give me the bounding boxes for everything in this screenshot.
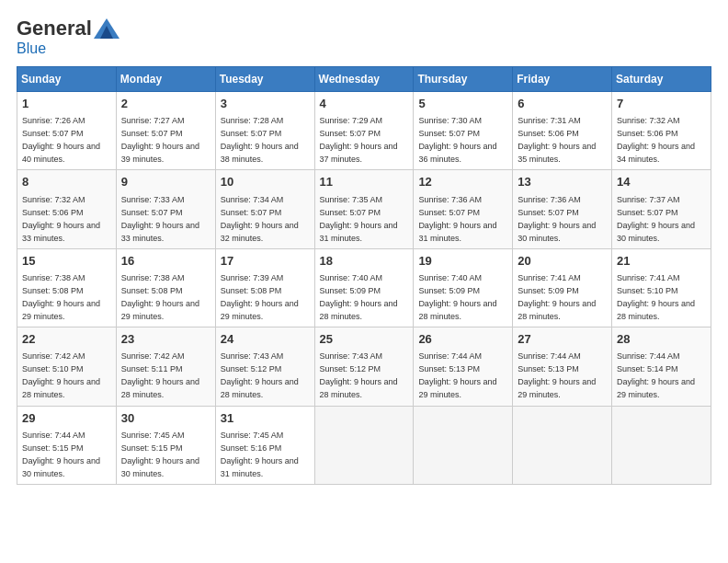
day-info: Sunrise: 7:40 AMSunset: 5:09 PMDaylight:… — [418, 273, 496, 321]
calendar-body: 1Sunrise: 7:26 AMSunset: 5:07 PMDaylight… — [17, 92, 711, 485]
day-info: Sunrise: 7:37 AMSunset: 5:07 PMDaylight:… — [617, 195, 695, 243]
day-info: Sunrise: 7:34 AMSunset: 5:07 PMDaylight:… — [221, 195, 299, 243]
day-info: Sunrise: 7:44 AMSunset: 5:13 PMDaylight:… — [418, 351, 496, 399]
day-number: 23 — [121, 331, 210, 348]
calendar-day-cell — [314, 406, 414, 484]
day-number: 24 — [221, 331, 310, 348]
calendar-day-header: Sunday — [17, 67, 117, 92]
calendar-day-cell: 7Sunrise: 7:32 AMSunset: 5:06 PMDaylight… — [612, 92, 711, 170]
day-number: 3 — [221, 96, 310, 112]
calendar-day-cell: 26Sunrise: 7:44 AMSunset: 5:13 PMDayligh… — [414, 327, 513, 406]
day-info: Sunrise: 7:45 AMSunset: 5:15 PMDaylight:… — [121, 431, 199, 478]
day-number: 16 — [121, 253, 210, 270]
calendar-day-header: Monday — [116, 67, 215, 92]
day-number: 22 — [22, 331, 111, 348]
day-info: Sunrise: 7:45 AMSunset: 5:16 PMDaylight:… — [221, 431, 299, 478]
day-info: Sunrise: 7:38 AMSunset: 5:08 PMDaylight:… — [22, 273, 100, 321]
calendar-day-cell: 18Sunrise: 7:40 AMSunset: 5:09 PMDayligh… — [314, 248, 414, 327]
calendar-week-row: 22Sunrise: 7:42 AMSunset: 5:10 PMDayligh… — [17, 327, 711, 406]
calendar-day-header: Tuesday — [215, 67, 314, 92]
calendar-week-row: 8Sunrise: 7:32 AMSunset: 5:06 PMDaylight… — [17, 170, 711, 248]
calendar-day-cell: 15Sunrise: 7:38 AMSunset: 5:08 PMDayligh… — [17, 248, 117, 327]
calendar-day-cell: 30Sunrise: 7:45 AMSunset: 5:15 PMDayligh… — [116, 406, 215, 484]
day-number: 1 — [22, 96, 111, 112]
day-number: 14 — [617, 174, 706, 190]
calendar-day-cell: 25Sunrise: 7:43 AMSunset: 5:12 PMDayligh… — [314, 327, 414, 406]
day-number: 8 — [22, 174, 111, 190]
calendar-day-header: Saturday — [612, 67, 711, 92]
day-info: Sunrise: 7:39 AMSunset: 5:08 PMDaylight:… — [221, 273, 299, 321]
calendar-day-cell: 21Sunrise: 7:41 AMSunset: 5:10 PMDayligh… — [612, 248, 711, 327]
day-number: 21 — [617, 253, 706, 270]
day-info: Sunrise: 7:32 AMSunset: 5:06 PMDaylight:… — [617, 116, 695, 164]
day-number: 7 — [617, 96, 706, 112]
calendar-day-cell: 17Sunrise: 7:39 AMSunset: 5:08 PMDayligh… — [215, 248, 314, 327]
calendar-week-row: 1Sunrise: 7:26 AMSunset: 5:07 PMDaylight… — [17, 92, 711, 170]
day-info: Sunrise: 7:35 AMSunset: 5:07 PMDaylight:… — [320, 195, 398, 243]
calendar-day-cell: 2Sunrise: 7:27 AMSunset: 5:07 PMDaylight… — [116, 92, 215, 170]
day-number: 12 — [418, 174, 507, 190]
calendar-day-header: Friday — [513, 67, 612, 92]
day-number: 13 — [518, 174, 607, 190]
day-number: 31 — [221, 410, 310, 427]
day-info: Sunrise: 7:31 AMSunset: 5:06 PMDaylight:… — [518, 116, 596, 164]
calendar-day-cell: 11Sunrise: 7:35 AMSunset: 5:07 PMDayligh… — [314, 170, 414, 248]
calendar-day-cell: 8Sunrise: 7:32 AMSunset: 5:06 PMDaylight… — [17, 170, 117, 248]
calendar-day-cell: 1Sunrise: 7:26 AMSunset: 5:07 PMDaylight… — [17, 92, 117, 170]
day-number: 6 — [518, 96, 607, 112]
header: General Blue — [17, 17, 711, 57]
day-number: 29 — [22, 410, 111, 427]
page-container: General Blue SundayMondayTuesdayWednesda… — [0, 0, 728, 494]
calendar-day-header: Thursday — [414, 67, 513, 92]
day-info: Sunrise: 7:36 AMSunset: 5:07 PMDaylight:… — [418, 195, 496, 243]
day-info: Sunrise: 7:40 AMSunset: 5:09 PMDaylight:… — [320, 273, 398, 321]
day-info: Sunrise: 7:44 AMSunset: 5:15 PMDaylight:… — [22, 431, 100, 478]
day-number: 30 — [121, 410, 210, 427]
calendar-header: SundayMondayTuesdayWednesdayThursdayFrid… — [17, 67, 711, 92]
calendar-week-row: 15Sunrise: 7:38 AMSunset: 5:08 PMDayligh… — [17, 248, 711, 327]
day-number: 4 — [320, 96, 409, 112]
day-number: 27 — [518, 331, 607, 348]
calendar-day-cell: 13Sunrise: 7:36 AMSunset: 5:07 PMDayligh… — [513, 170, 612, 248]
calendar-day-cell: 22Sunrise: 7:42 AMSunset: 5:10 PMDayligh… — [17, 327, 117, 406]
day-info: Sunrise: 7:26 AMSunset: 5:07 PMDaylight:… — [22, 116, 100, 164]
calendar-table: SundayMondayTuesdayWednesdayThursdayFrid… — [17, 66, 711, 485]
calendar-day-cell: 23Sunrise: 7:42 AMSunset: 5:11 PMDayligh… — [116, 327, 215, 406]
day-info: Sunrise: 7:43 AMSunset: 5:12 PMDaylight:… — [320, 351, 398, 399]
calendar-day-cell: 19Sunrise: 7:40 AMSunset: 5:09 PMDayligh… — [414, 248, 513, 327]
day-number: 26 — [418, 331, 507, 348]
calendar-day-cell: 5Sunrise: 7:30 AMSunset: 5:07 PMDaylight… — [414, 92, 513, 170]
day-info: Sunrise: 7:43 AMSunset: 5:12 PMDaylight:… — [221, 351, 299, 399]
logo: General Blue — [17, 17, 119, 57]
calendar-day-cell: 9Sunrise: 7:33 AMSunset: 5:07 PMDaylight… — [116, 170, 215, 248]
calendar-day-cell — [513, 406, 612, 484]
day-info: Sunrise: 7:28 AMSunset: 5:07 PMDaylight:… — [221, 116, 299, 164]
calendar-day-cell: 24Sunrise: 7:43 AMSunset: 5:12 PMDayligh… — [215, 327, 314, 406]
calendar-day-cell: 6Sunrise: 7:31 AMSunset: 5:06 PMDaylight… — [513, 92, 612, 170]
calendar-day-cell — [612, 406, 711, 484]
calendar-day-cell: 14Sunrise: 7:37 AMSunset: 5:07 PMDayligh… — [612, 170, 711, 248]
logo-blue-text: Blue — [17, 40, 46, 56]
day-info: Sunrise: 7:32 AMSunset: 5:06 PMDaylight:… — [22, 195, 100, 243]
calendar-day-cell: 4Sunrise: 7:29 AMSunset: 5:07 PMDaylight… — [314, 92, 414, 170]
day-number: 11 — [320, 174, 409, 190]
day-number: 19 — [418, 253, 507, 270]
day-number: 20 — [518, 253, 607, 270]
calendar-day-cell: 31Sunrise: 7:45 AMSunset: 5:16 PMDayligh… — [215, 406, 314, 484]
calendar-day-cell: 12Sunrise: 7:36 AMSunset: 5:07 PMDayligh… — [414, 170, 513, 248]
calendar-day-cell: 27Sunrise: 7:44 AMSunset: 5:13 PMDayligh… — [513, 327, 612, 406]
day-info: Sunrise: 7:36 AMSunset: 5:07 PMDaylight:… — [518, 195, 596, 243]
calendar-week-row: 29Sunrise: 7:44 AMSunset: 5:15 PMDayligh… — [17, 406, 711, 484]
day-info: Sunrise: 7:42 AMSunset: 5:10 PMDaylight:… — [22, 351, 100, 399]
day-number: 9 — [121, 174, 210, 190]
day-info: Sunrise: 7:33 AMSunset: 5:07 PMDaylight:… — [121, 195, 199, 243]
day-info: Sunrise: 7:44 AMSunset: 5:14 PMDaylight:… — [617, 351, 695, 399]
calendar-day-cell — [414, 406, 513, 484]
day-number: 28 — [617, 331, 706, 348]
logo-general-text: General — [17, 17, 92, 40]
day-info: Sunrise: 7:38 AMSunset: 5:08 PMDaylight:… — [121, 273, 199, 321]
day-number: 5 — [418, 96, 507, 112]
calendar-day-cell: 29Sunrise: 7:44 AMSunset: 5:15 PMDayligh… — [17, 406, 117, 484]
calendar-day-cell: 10Sunrise: 7:34 AMSunset: 5:07 PMDayligh… — [215, 170, 314, 248]
day-info: Sunrise: 7:30 AMSunset: 5:07 PMDaylight:… — [418, 116, 496, 164]
